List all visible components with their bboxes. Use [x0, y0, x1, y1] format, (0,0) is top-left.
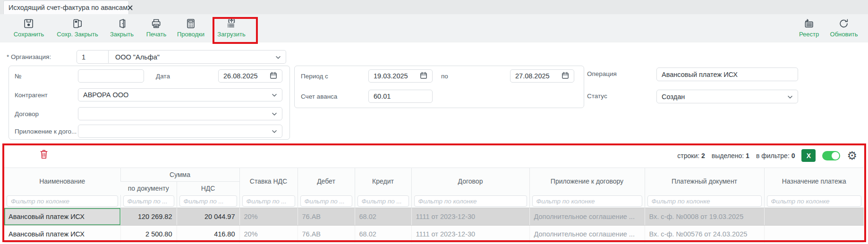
number-input[interactable] [78, 69, 144, 83]
save-close-button[interactable]: Сохр. Закрыть [57, 18, 98, 38]
advance-account-input[interactable]: 60.01 [368, 90, 433, 103]
period-from-input[interactable]: 19.03.2025 [368, 69, 433, 83]
save-close-label: Сохр. Закрыть [57, 31, 98, 38]
selected-count-label: выделено: [712, 152, 744, 160]
save-button[interactable]: Сохранить [14, 18, 44, 38]
save-label: Сохранить [14, 31, 44, 38]
postings-button[interactable]: Проводки [177, 18, 204, 38]
cell-amount-doc[interactable]: 120 269.82 [120, 208, 177, 226]
rows-count: строки: 2 [677, 152, 705, 160]
operation-input[interactable]: Авансовый платеж ИСХ [656, 67, 798, 81]
date-input[interactable]: 26.08.2025 [218, 69, 282, 83]
advance-payments-table: Наименование Сумма Ставка НДС Дебет Кред… [4, 168, 864, 243]
refresh-button[interactable]: Обновить [830, 18, 858, 38]
postings-label: Проводки [177, 31, 204, 38]
period-to-input[interactable]: 27.08.2025 [510, 69, 574, 83]
filter-vat-input[interactable] [179, 195, 237, 207]
table-row[interactable]: Авансовый платеж ИСХ 2 500.80 416.80 20%… [4, 226, 864, 243]
table-row-selected[interactable]: Авансовый платеж ИСХ 120 269.82 20 044.9… [4, 208, 864, 226]
cell-vat-rate[interactable]: 20% [239, 226, 298, 243]
cell-purpose[interactable] [764, 208, 864, 226]
printer-icon [151, 18, 162, 29]
organization-name-value: ООО "Альфа" [113, 53, 160, 61]
gear-icon[interactable]: ⚙ [847, 150, 857, 161]
counterparty-value: АВРОРА ООО [83, 91, 128, 99]
period-to-label: по [441, 73, 448, 80]
contract-annex-select[interactable] [78, 125, 282, 138]
tab-strip: Исходящий счет-фактура по авансам [0, 0, 868, 14]
operation-label: Операция [587, 70, 617, 77]
selected-count: выделено: 1 [712, 152, 749, 160]
rows-count-label: строки: [677, 152, 699, 160]
contract-label: Договор [15, 110, 39, 118]
counterparty-label: Контрагент [15, 92, 48, 99]
cell-debit[interactable]: 76.АВ [298, 226, 355, 243]
filter-purpose-input[interactable] [767, 195, 862, 207]
filter-amount-doc-input[interactable] [123, 195, 174, 207]
cell-credit[interactable]: 68.02 [355, 226, 411, 243]
filter-annex-input[interactable] [532, 195, 642, 207]
export-excel-button[interactable]: X [801, 149, 816, 162]
print-button[interactable]: Печать [146, 18, 167, 38]
registry-button[interactable]: Реестр [799, 18, 819, 38]
counterparty-select[interactable]: АВРОРА ООО [78, 88, 282, 101]
period-from-label: Период с [301, 73, 328, 80]
status-select[interactable]: Создан [656, 90, 798, 103]
chevron-down-icon [272, 127, 277, 135]
contract-select[interactable] [78, 107, 282, 120]
cell-contract[interactable]: 1111 от 2023-12-30 [411, 226, 529, 243]
calendar-icon[interactable] [562, 72, 569, 81]
close-label: Закрыть [110, 31, 134, 38]
tab-close-icon[interactable] [128, 5, 133, 10]
chevron-down-icon [787, 93, 793, 101]
cell-debit[interactable]: 76.АВ [298, 208, 355, 226]
cell-payment-doc[interactable]: Вх. с-ф. №0008 от 19.03.2025 [645, 208, 764, 226]
col-header-name[interactable]: Наименование [4, 168, 120, 195]
col-header-amount-doc[interactable]: по документу [120, 182, 177, 195]
calendar-icon[interactable] [270, 72, 277, 81]
close-button[interactable]: Закрыть [110, 18, 134, 38]
organization-select[interactable]: ООО "Альфа" [109, 50, 286, 64]
tab-outgoing-invoice[interactable]: Исходящий счет-фактура по авансам [3, 0, 129, 14]
col-header-debit[interactable]: Дебет [298, 168, 355, 195]
col-header-credit[interactable]: Кредит [355, 168, 411, 195]
organization-label: * Организация: [7, 53, 51, 60]
toggle-knob [832, 152, 839, 160]
col-header-contract[interactable]: Договор [411, 168, 529, 195]
organization-code-input[interactable]: 1 [77, 50, 109, 64]
col-header-annex[interactable]: Приложение к договору [529, 168, 645, 195]
filter-vat-rate-input[interactable] [242, 195, 295, 207]
cell-annex[interactable]: Дополнительное соглашение ... [529, 226, 645, 243]
cell-annex[interactable]: Дополнительное соглашение ... [529, 208, 645, 226]
delete-row-icon[interactable] [39, 148, 49, 162]
cell-amount-doc[interactable]: 2 500.80 [120, 226, 177, 243]
load-button[interactable]: Загрузить [217, 18, 245, 38]
cell-vat[interactable]: 20 044.97 [177, 208, 239, 226]
filter-credit-input[interactable] [357, 195, 409, 207]
cell-credit[interactable]: 68.02 [355, 208, 411, 226]
tab-title: Исходящий счет-фактура по авансам [9, 4, 128, 11]
cell-vat-rate[interactable]: 20% [239, 208, 298, 226]
selected-count-value: 1 [746, 152, 749, 160]
filter-debit-input[interactable] [300, 195, 352, 207]
cell-contract[interactable]: 1111 от 2023-12-30 [411, 208, 529, 226]
filtered-count-value: 0 [791, 152, 795, 160]
cell-purpose[interactable] [764, 226, 864, 243]
filter-name-input[interactable] [7, 195, 118, 207]
filter-contract-input[interactable] [414, 195, 527, 207]
filter-toggle[interactable] [822, 151, 840, 160]
cell-vat[interactable]: 416.80 [177, 226, 239, 243]
col-header-vat[interactable]: НДС [177, 182, 239, 195]
calculator-icon [185, 18, 196, 29]
chevron-down-icon [272, 91, 277, 99]
cell-name[interactable]: Авансовый платеж ИСХ [4, 226, 120, 243]
cell-name[interactable]: Авансовый платеж ИСХ [4, 208, 120, 226]
calendar-icon[interactable] [420, 72, 427, 81]
close-door-icon [116, 18, 128, 29]
filter-payment-doc-input[interactable] [647, 195, 762, 207]
status-value: Создан [662, 93, 685, 101]
cell-payment-doc[interactable]: Вх. с-ф. №00576 от 24.03.2025 [645, 226, 764, 243]
col-header-vat-rate[interactable]: Ставка НДС [239, 168, 298, 195]
col-header-payment-doc[interactable]: Платежный документ [645, 168, 764, 195]
col-header-purpose[interactable]: Назначение платежа [764, 168, 864, 195]
